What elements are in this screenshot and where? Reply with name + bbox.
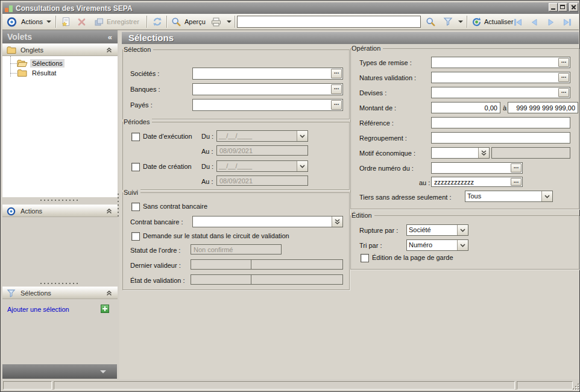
actions-caret-icon[interactable] (46, 21, 51, 23)
payes-label: Payés : (130, 101, 153, 109)
chevron-down-icon[interactable] (297, 161, 307, 171)
dernier-valideur-input-2[interactable] (251, 259, 343, 270)
contrat-bancaire-label: Contrat bancaire : (130, 218, 183, 226)
demande-statut-checkbox[interactable] (131, 232, 140, 241)
banques-input[interactable] (192, 83, 343, 95)
regroupement-input[interactable] (431, 132, 570, 144)
double-chevron-down-icon[interactable] (332, 217, 342, 227)
tiers-sans-adresse-combo[interactable]: Tous (465, 191, 553, 202)
date-execution-checkbox[interactable] (131, 133, 140, 141)
payes-input[interactable] (192, 99, 343, 111)
minimize-button[interactable] (549, 3, 558, 11)
actions-section-header[interactable]: Actions (2, 204, 118, 217)
maximize-button[interactable] (558, 3, 567, 11)
new-document-icon[interactable] (61, 17, 71, 27)
filter-caret-icon[interactable] (458, 21, 463, 23)
statut-ordre-input[interactable] (191, 244, 282, 254)
date-mask-value: __/__/____ (217, 161, 297, 171)
refresh-icon[interactable] (471, 17, 482, 27)
nav-first-icon[interactable] (514, 19, 523, 26)
nav-last-icon[interactable] (563, 19, 572, 26)
actions-menu-button[interactable]: Actions (21, 18, 43, 26)
natures-validation-browse-button[interactable]: ... (558, 73, 569, 82)
rupture-par-value: Société (407, 225, 457, 235)
banques-browse-button[interactable]: ... (331, 84, 342, 94)
motif-economique-combo[interactable] (431, 147, 490, 159)
sync-icon[interactable] (152, 17, 163, 27)
save-button[interactable]: Enregistrer (107, 18, 139, 26)
search-magnifier-icon[interactable] (426, 17, 436, 27)
societes-input[interactable] (192, 68, 343, 80)
sidebar-splitter-handle[interactable] (40, 283, 79, 284)
contrat-bancaire-combo[interactable] (192, 216, 343, 227)
save-icon[interactable] (94, 17, 104, 27)
filter-funnel-icon[interactable] (443, 17, 453, 27)
tree-item-resultat[interactable]: Résultat (17, 68, 58, 78)
collapse-section-icon[interactable] (106, 207, 113, 215)
panel-collapse-bar[interactable] (2, 364, 117, 379)
chevron-down-icon[interactable] (297, 131, 307, 141)
close-button[interactable] (569, 3, 578, 11)
date-creation-checkbox[interactable] (131, 163, 140, 171)
dernier-valideur-input-1[interactable] (191, 259, 251, 270)
add-selection-link[interactable]: Ajouter une sélection (7, 306, 69, 313)
ordre-au-browse-button[interactable]: ... (511, 178, 522, 186)
refresh-button[interactable]: Actualiser (484, 18, 513, 26)
nav-next-icon[interactable] (547, 19, 555, 26)
montant-max-input[interactable] (508, 102, 578, 113)
sidebar-splitter-handle[interactable] (40, 200, 79, 201)
chevron-down-icon[interactable] (457, 225, 468, 235)
onglets-section-label: Onglets (20, 46, 106, 54)
tree-item-label[interactable]: Résultat (30, 69, 58, 77)
tree-item-selections[interactable]: Sélections (17, 58, 65, 68)
resize-grip[interactable] (573, 384, 579, 390)
collapse-section-icon[interactable] (106, 289, 113, 297)
devises-browse-button[interactable]: ... (558, 88, 569, 97)
collapse-section-icon[interactable] (106, 46, 113, 54)
printer-caret-icon[interactable] (227, 21, 232, 23)
nav-previous-icon[interactable] (531, 19, 538, 26)
tree-item-label[interactable]: Sélections (30, 59, 65, 68)
devises-input[interactable] (431, 87, 570, 98)
window-title: Consultation des Virements SEPA (16, 4, 133, 13)
double-chevron-down-icon[interactable] (478, 148, 489, 158)
printer-icon[interactable] (210, 17, 222, 27)
group-operation-label: Opération (351, 45, 383, 52)
onglets-section-header[interactable]: Onglets (2, 43, 118, 56)
tri-par-combo[interactable]: Numéro (406, 239, 468, 251)
preview-magnifier-icon[interactable] (171, 17, 181, 27)
demande-statut-label: Demande sur le statut dans le circuit de… (143, 232, 289, 240)
date-execution-du-combo[interactable]: __/__/____ (216, 130, 308, 142)
date-creation-au-input[interactable] (216, 175, 308, 186)
motif-economique-text-input[interactable] (491, 147, 570, 159)
application-window: Consultation des Virements SEPA Actions … (0, 0, 580, 392)
natures-validation-input[interactable] (431, 72, 570, 83)
payes-browse-button[interactable]: ... (331, 100, 342, 110)
societes-browse-button[interactable]: ... (331, 69, 342, 78)
search-input[interactable] (237, 16, 421, 28)
filter-funnel-icon (7, 289, 16, 297)
types-remise-browse-button[interactable]: ... (558, 58, 569, 67)
add-selection-plus-icon[interactable] (101, 305, 109, 313)
sans-contrat-checkbox[interactable] (131, 203, 140, 211)
ordre-du-browse-button[interactable]: ... (511, 163, 522, 172)
delete-icon[interactable] (77, 17, 86, 27)
preview-button[interactable]: Aperçu (184, 18, 206, 26)
sidebar-resize-handle[interactable] (118, 194, 119, 219)
ordre-numero-du-input[interactable] (431, 162, 523, 174)
page-garde-checkbox[interactable] (361, 254, 369, 262)
etat-validation-input-1[interactable] (191, 274, 251, 285)
etat-validation-input-2[interactable] (251, 274, 343, 285)
collapse-panel-icon[interactable]: « (108, 33, 112, 42)
ordre-au-input[interactable] (431, 177, 523, 187)
date-creation-du-combo[interactable]: __/__/____ (216, 160, 308, 172)
sans-contrat-label: Sans contrat bancaire (143, 203, 207, 210)
reference-input[interactable] (431, 117, 570, 128)
rupture-par-combo[interactable]: Société (406, 224, 468, 236)
selections-section-header[interactable]: Sélections (2, 286, 118, 299)
types-remise-input[interactable] (431, 57, 570, 68)
montant-min-input[interactable] (431, 102, 500, 113)
chevron-down-icon[interactable] (541, 191, 552, 201)
chevron-down-icon[interactable] (457, 240, 468, 250)
date-execution-au-input[interactable] (216, 145, 308, 156)
